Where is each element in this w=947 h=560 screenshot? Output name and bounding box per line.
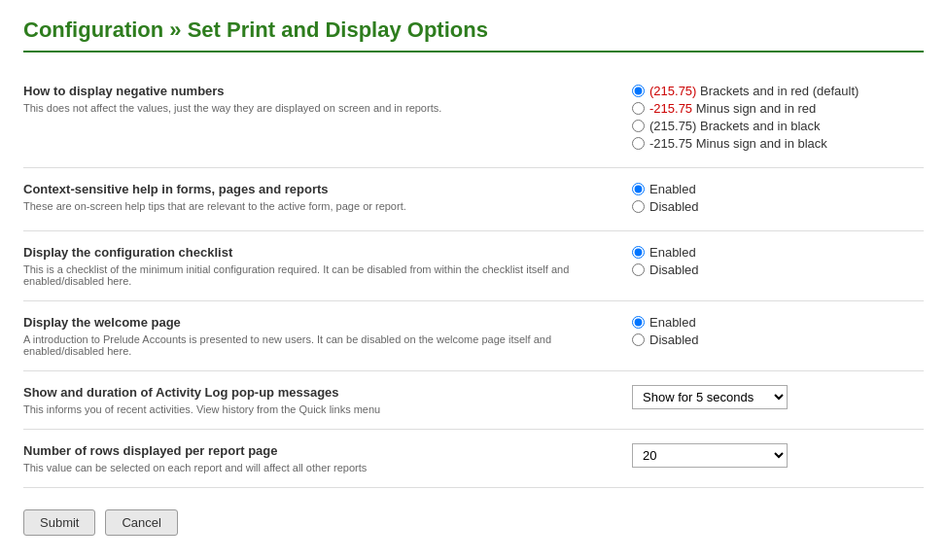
radio-row-minus-red: -215.75 Minus sign and in red	[632, 101, 816, 116]
radio-brackets-black[interactable]	[632, 120, 645, 132]
section-right-activity: Show for 5 seconds Show for 10 seconds S…	[632, 385, 924, 409]
section-rows-per-page: Number of rows displayed per report page…	[23, 430, 924, 488]
checklist-desc: This is a checklist of the minimum initi…	[23, 263, 603, 287]
section-context-help: Context-sensitive help in forms, pages a…	[23, 168, 924, 231]
radio-context-disabled[interactable]	[632, 200, 645, 213]
section-right-context: Enabled Disabled	[632, 182, 924, 217]
activity-log-select[interactable]: Show for 5 seconds Show for 10 seconds S…	[632, 385, 788, 409]
radio-context-enabled[interactable]	[632, 183, 645, 195]
radio-row-brackets-red: (215.75) Brackets and in red (default)	[632, 84, 859, 98]
section-left-welcome: Display the welcome page A introduction …	[23, 315, 632, 357]
welcome-desc: A introduction to Prelude Accounts is pr…	[23, 333, 603, 357]
radio-row-context-enabled: Enabled	[632, 182, 696, 196]
radio-row-minus-black: -215.75 Minus sign and in black	[632, 136, 827, 151]
footer-buttons: Submit Cancel	[23, 509, 924, 536]
checklist-label: Display the configuration checklist	[23, 245, 603, 260]
radio-brackets-red[interactable]	[632, 85, 645, 97]
section-right-checklist: Enabled Disabled	[632, 245, 924, 280]
section-left-rows: Number of rows displayed per report page…	[23, 443, 632, 473]
label-disabled-2: Disabled	[649, 262, 699, 277]
radio-label-4: -215.75 Minus sign and in black	[649, 136, 827, 151]
section-config-checklist: Display the configuration checklist This…	[23, 231, 924, 301]
section-right-rows: 10 20 50 100	[632, 443, 924, 468]
radio-row-welcome-disabled: Disabled	[632, 332, 699, 347]
section-welcome-page: Display the welcome page A introduction …	[23, 301, 924, 371]
welcome-label: Display the welcome page	[23, 315, 603, 330]
radio-row-context-disabled: Disabled	[632, 199, 699, 214]
radio-label-prefix-1: (215.75)	[649, 84, 696, 98]
radio-label-prefix-2: -215.75	[649, 101, 692, 116]
section-right-negative: (215.75) Brackets and in red (default) -…	[632, 84, 924, 154]
radio-label-3: (215.75) Brackets and in black	[649, 119, 821, 133]
radio-row-welcome-enabled: Enabled	[632, 315, 696, 330]
radio-row-checklist-enabled: Enabled	[632, 245, 696, 260]
cancel-button[interactable]: Cancel	[105, 509, 177, 536]
radio-checklist-disabled[interactable]	[632, 263, 645, 276]
rows-per-page-select[interactable]: 10 20 50 100	[632, 443, 788, 468]
radio-row-checklist-disabled: Disabled	[632, 262, 699, 277]
rows-label: Number of rows displayed per report page	[23, 443, 603, 458]
label-enabled-1: Enabled	[649, 182, 696, 196]
radio-minus-black[interactable]	[632, 137, 645, 150]
section-left-activity: Show and duration of Activity Log pop-up…	[23, 385, 632, 415]
section-right-welcome: Enabled Disabled	[632, 315, 924, 350]
label-disabled-3: Disabled	[649, 332, 699, 347]
label-enabled-3: Enabled	[649, 315, 696, 330]
section-left-checklist: Display the configuration checklist This…	[23, 245, 632, 287]
rows-desc: This value can be selected on each repor…	[23, 462, 603, 473]
radio-checklist-enabled[interactable]	[632, 246, 645, 259]
page-container: Configuration » Set Print and Display Op…	[0, 0, 947, 559]
activity-label: Show and duration of Activity Log pop-up…	[23, 385, 603, 400]
radio-label-suffix-2: Minus sign and in red	[692, 101, 816, 116]
section-left-context: Context-sensitive help in forms, pages a…	[23, 182, 632, 212]
radio-welcome-disabled[interactable]	[632, 333, 645, 346]
section-label: How to display negative numbers	[23, 84, 603, 98]
section-desc: This does not affect the values, just th…	[23, 102, 603, 114]
section-negative-numbers: How to display negative numbers This doe…	[23, 70, 924, 168]
radio-label-suffix-1: Brackets and in red (default)	[696, 84, 859, 98]
radio-row-brackets-black: (215.75) Brackets and in black	[632, 119, 821, 133]
label-enabled-2: Enabled	[649, 245, 696, 260]
submit-button[interactable]: Submit	[23, 509, 95, 536]
context-help-desc: These are on-screen help tips that are r…	[23, 200, 603, 212]
page-title: Configuration » Set Print and Display Op…	[23, 18, 924, 52]
activity-desc: This informs you of recent activities. V…	[23, 403, 603, 415]
section-activity-log: Show and duration of Activity Log pop-up…	[23, 371, 924, 430]
section-left: How to display negative numbers This doe…	[23, 84, 632, 114]
label-disabled-1: Disabled	[649, 199, 699, 214]
context-help-label: Context-sensitive help in forms, pages a…	[23, 182, 603, 196]
radio-welcome-enabled[interactable]	[632, 316, 645, 329]
radio-minus-red[interactable]	[632, 102, 645, 115]
